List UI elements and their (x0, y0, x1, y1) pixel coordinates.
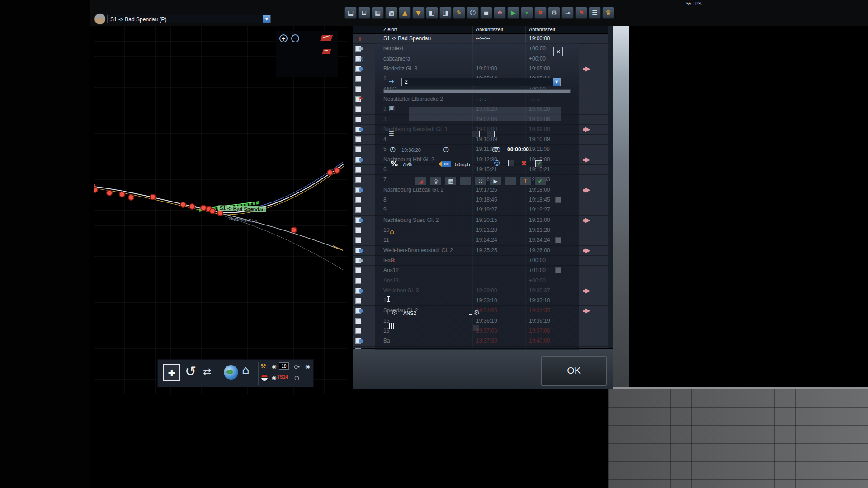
green-check-icon[interactable]: ✔ (535, 160, 542, 167)
horn-icon[interactable] (582, 218, 590, 223)
fast-forward-icon[interactable]: » (521, 7, 533, 19)
close-icon[interactable]: ✕ (553, 47, 563, 56)
waypoint-dot[interactable] (94, 187, 98, 192)
horn-icon[interactable] (582, 127, 590, 132)
performance-percent[interactable]: 75% (402, 162, 412, 167)
row-checkbox[interactable] (355, 207, 361, 213)
mini-option-box[interactable] (487, 131, 495, 137)
zoom-out-icon[interactable]: − (291, 34, 299, 42)
speed-value[interactable]: 50mph (455, 162, 470, 167)
waypoint-dot[interactable] (201, 205, 206, 211)
track-map-panel[interactable]: + − S1 -> Bad Spendau Biederitz Gl. 1 ✚ … (94, 26, 347, 394)
waypoint-dot[interactable] (180, 202, 186, 207)
zoom-in-icon[interactable]: + (279, 34, 288, 42)
gradient-edit-icon[interactable] (322, 49, 331, 54)
option-checkbox[interactable] (508, 160, 514, 166)
chevron-down-icon[interactable]: ▼ (263, 15, 270, 23)
row-checkbox[interactable] (355, 136, 361, 142)
globe-tool-icon[interactable] (224, 365, 238, 380)
row-checkbox[interactable] (355, 86, 361, 92)
row-checkbox[interactable] (355, 117, 361, 122)
delete-icon[interactable]: ⊟ (358, 7, 370, 19)
timetable-scrollbar[interactable] (608, 26, 613, 348)
add-driver-icon[interactable]: ☺ (467, 7, 479, 19)
radio-tools[interactable]: ◉ (272, 363, 276, 370)
camera-tool-icon[interactable]: ◎ (430, 177, 442, 186)
row-checkbox[interactable] (355, 106, 361, 112)
waypoint-dot[interactable] (150, 194, 156, 200)
large-grid-icon[interactable]: ▩ (385, 7, 397, 19)
timetable-row[interactable]: ▮S1 -> Bad Spendau--:--:--19:00:00 (353, 34, 613, 44)
blank-tool-icon[interactable] (460, 177, 472, 186)
red-cross-icon[interactable]: ✖ (521, 159, 527, 168)
horn-icon[interactable] (582, 66, 590, 72)
horn-icon[interactable] (582, 288, 590, 294)
split-left-icon[interactable]: ◧ (426, 7, 438, 19)
radio-key[interactable]: ◉ (305, 363, 310, 370)
waypoint-dot[interactable] (217, 210, 223, 216)
chevron-down-icon[interactable]: ▼ (553, 78, 560, 86)
exit-editor-icon[interactable]: ⇥ (561, 7, 574, 19)
waypoint-dot[interactable] (128, 195, 134, 200)
place-marker-icon[interactable]: ▶ (507, 7, 519, 19)
scenario-settings-icon[interactable]: ⚙ (548, 7, 560, 19)
row-checkbox[interactable] (355, 197, 361, 203)
pokeball-icon[interactable] (261, 374, 268, 381)
option-checkbox[interactable] (473, 325, 479, 331)
row-checkbox[interactable] (355, 146, 361, 152)
edit-timetable-icon[interactable]: ≣ (480, 7, 492, 19)
waypoint-dot[interactable] (189, 204, 195, 209)
row-checkbox[interactable] (355, 267, 361, 273)
gradient-tool-icon[interactable]: ◢ (415, 177, 427, 186)
rotate-tool-icon[interactable]: ↺ (185, 363, 196, 379)
row-checkbox[interactable] (355, 227, 361, 233)
gear-icon[interactable]: ⚙ (474, 309, 480, 317)
row-checkbox[interactable] (355, 318, 361, 324)
waypoint-dot[interactable] (107, 190, 112, 196)
translate-tool-icon[interactable]: ⇄ (203, 366, 211, 377)
move-tool-icon[interactable]: ✚ (163, 364, 180, 381)
straw-hat-icon[interactable]: ♛ (602, 7, 614, 19)
row-checkbox[interactable] (355, 167, 361, 173)
horn-icon[interactable] (582, 157, 590, 163)
lower-terrain-icon[interactable]: ▼ (412, 7, 425, 19)
row-checkbox[interactable] (355, 328, 361, 334)
double-clock-icon[interactable]: ◷◷ (492, 145, 497, 153)
row-checkbox[interactable] (355, 76, 361, 82)
waypoint-dot[interactable] (210, 208, 215, 214)
waypoint-dot[interactable] (291, 227, 297, 233)
remove-red-icon[interactable]: ✖ (534, 7, 547, 19)
horn-icon[interactable] (582, 308, 590, 314)
paint-tool-icon[interactable]: ✎ (453, 7, 465, 19)
film-tool-icon[interactable]: ▦ (445, 177, 457, 186)
row-checkbox[interactable] (355, 177, 361, 183)
service-selector-dropdown[interactable]: S1 -> Bad Spendau (P) ▼ (107, 15, 271, 23)
dots-tool-icon[interactable]: ∷ (475, 177, 486, 186)
split-right-icon[interactable]: ◨ (439, 7, 452, 19)
row-checkbox[interactable] (355, 237, 361, 243)
texture-palette-icon[interactable]: ❖ (494, 7, 506, 19)
radio-ball[interactable]: ◉ (272, 375, 276, 381)
value-box[interactable]: 18 (279, 362, 289, 370)
gradient-marker-icon[interactable] (320, 35, 333, 41)
horn-icon[interactable] (582, 248, 590, 253)
home-tool-icon[interactable]: ⌂ (242, 363, 250, 377)
waypoint-dot[interactable] (334, 168, 340, 173)
gear-icon[interactable]: ⚙ (392, 309, 397, 317)
clock-icon[interactable]: ◷ (390, 145, 396, 153)
green-check-icon[interactable]: ✔ (534, 177, 546, 186)
row-checkbox[interactable] (355, 278, 361, 284)
waypoint-dot[interactable] (327, 170, 333, 175)
key-icon[interactable]: ♀ (293, 365, 300, 369)
tools-icon[interactable]: ⚒ (260, 362, 266, 370)
radio-empty[interactable]: ○ (294, 375, 299, 381)
dialog-scrollbar[interactable] (383, 89, 571, 93)
ok-button[interactable]: OK (541, 356, 607, 386)
small-grid-icon[interactable]: ▦ (372, 7, 384, 19)
platform-dropdown[interactable]: 2 ▼ (401, 78, 561, 86)
raise-terrain-icon[interactable]: ▲ (399, 7, 411, 19)
save-icon[interactable]: ▤ (344, 7, 357, 19)
mini-option-box[interactable] (472, 131, 480, 137)
row-checkbox[interactable] (355, 298, 361, 304)
waypoint-dot[interactable] (119, 192, 125, 197)
